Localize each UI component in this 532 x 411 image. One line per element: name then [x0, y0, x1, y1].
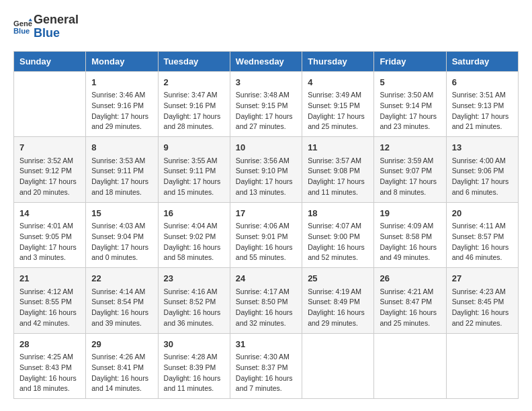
- day-info-line: Sunrise: 4:23 AM: [452, 287, 513, 298]
- day-info-line: Sunset: 8:57 PM: [452, 232, 513, 242]
- day-info-line: Daylight: 16 hours: [236, 373, 296, 384]
- day-info-line: Sunset: 9:15 PM: [236, 101, 296, 111]
- day-info-line: Sunset: 8:47 PM: [380, 297, 440, 308]
- day-info-line: Sunset: 9:10 PM: [236, 166, 296, 177]
- date-number: 2: [164, 76, 224, 89]
- day-info-line: Sunrise: 4:00 AM: [452, 156, 513, 167]
- date-number: 24: [236, 272, 296, 285]
- day-info-line: Sunrise: 3:50 AM: [380, 90, 440, 101]
- day-info-line: Daylight: 16 hours: [380, 308, 440, 318]
- day-info-line: and 32 minutes.: [236, 318, 296, 329]
- date-number: 27: [452, 272, 513, 285]
- date-number: 6: [452, 76, 513, 89]
- calendar-cell: 20Sunrise: 4:11 AMSunset: 8:57 PMDayligh…: [446, 202, 518, 268]
- date-number: 18: [308, 207, 368, 220]
- day-info-line: Sunset: 9:05 PM: [19, 232, 80, 242]
- calendar-cell: 17Sunrise: 4:06 AMSunset: 9:01 PMDayligh…: [230, 202, 302, 268]
- day-info-line: Daylight: 16 hours: [452, 308, 513, 318]
- day-info-line: Daylight: 16 hours: [91, 373, 152, 384]
- day-info-line: Daylight: 17 hours: [91, 177, 152, 187]
- day-info-line: and 8 minutes.: [380, 187, 440, 198]
- day-info-line: Sunrise: 3:57 AM: [308, 156, 368, 167]
- day-info-line: and 55 minutes.: [236, 253, 296, 263]
- day-info-line: Sunset: 9:14 PM: [380, 101, 440, 111]
- day-info-line: Sunrise: 4:19 AM: [308, 287, 368, 298]
- day-info-line: Daylight: 17 hours: [236, 111, 296, 122]
- day-info-line: and 52 minutes.: [308, 253, 368, 263]
- day-info-line: Sunrise: 4:01 AM: [19, 221, 80, 232]
- calendar-cell: [374, 333, 446, 399]
- logo-icon: General Blue: [13, 17, 32, 36]
- calendar-cell: 1Sunrise: 3:46 AMSunset: 9:16 PMDaylight…: [86, 71, 158, 137]
- day-info-line: and 28 minutes.: [164, 122, 224, 132]
- day-info-line: Daylight: 16 hours: [91, 308, 152, 318]
- day-info-line: Sunrise: 3:53 AM: [91, 156, 152, 167]
- day-info-line: and 27 minutes.: [236, 122, 296, 132]
- calendar-table: SundayMondayTuesdayWednesdayThursdayFrid…: [13, 51, 519, 400]
- logo-blue: Blue: [34, 27, 79, 40]
- day-info-line: Sunset: 9:12 PM: [19, 166, 80, 177]
- day-info-line: Sunset: 8:41 PM: [91, 363, 152, 373]
- day-info-line: and 25 minutes.: [380, 318, 440, 329]
- day-info-line: Sunset: 9:11 PM: [91, 166, 152, 177]
- day-info-line: Sunset: 9:06 PM: [452, 166, 513, 177]
- date-number: 31: [236, 338, 296, 351]
- calendar-week-row: 28Sunrise: 4:25 AMSunset: 8:43 PMDayligh…: [14, 333, 519, 399]
- date-number: 11: [308, 141, 368, 154]
- day-info-line: Daylight: 17 hours: [380, 177, 440, 187]
- calendar-cell: 7Sunrise: 3:52 AMSunset: 9:12 PMDaylight…: [14, 137, 86, 203]
- weekday-header-tuesday: Tuesday: [158, 51, 230, 71]
- calendar-cell: 3Sunrise: 3:48 AMSunset: 9:15 PMDaylight…: [230, 71, 302, 137]
- calendar-cell: 29Sunrise: 4:26 AMSunset: 8:41 PMDayligh…: [86, 333, 158, 399]
- day-info-line: and 7 minutes.: [236, 383, 296, 394]
- day-info-line: Daylight: 16 hours: [236, 242, 296, 253]
- day-info-line: Sunrise: 4:11 AM: [452, 221, 513, 232]
- day-info-line: and 46 minutes.: [452, 253, 513, 263]
- day-info-line: Daylight: 17 hours: [19, 242, 80, 253]
- day-info-line: and 23 minutes.: [380, 122, 440, 132]
- calendar-cell: 11Sunrise: 3:57 AMSunset: 9:08 PMDayligh…: [302, 137, 374, 203]
- day-info-line: Daylight: 16 hours: [19, 308, 80, 318]
- day-info-line: Sunset: 9:11 PM: [164, 166, 224, 177]
- day-info-line: Daylight: 17 hours: [19, 177, 80, 187]
- day-info-line: Daylight: 16 hours: [452, 242, 513, 253]
- calendar-cell: 8Sunrise: 3:53 AMSunset: 9:11 PMDaylight…: [86, 137, 158, 203]
- day-info-line: Sunset: 8:55 PM: [19, 297, 80, 308]
- day-info-line: and 15 minutes.: [164, 187, 224, 198]
- calendar-week-row: 1Sunrise: 3:46 AMSunset: 9:16 PMDaylight…: [14, 71, 519, 137]
- date-number: 15: [91, 207, 152, 220]
- date-number: 10: [236, 141, 296, 154]
- day-info-line: Sunset: 9:02 PM: [164, 232, 224, 242]
- calendar-week-row: 7Sunrise: 3:52 AMSunset: 9:12 PMDaylight…: [14, 137, 519, 203]
- day-info-line: Sunrise: 3:49 AM: [308, 90, 368, 101]
- calendar-cell: 27Sunrise: 4:23 AMSunset: 8:45 PMDayligh…: [446, 268, 518, 334]
- day-info-line: Sunset: 9:16 PM: [91, 101, 152, 111]
- day-info-line: Sunrise: 4:03 AM: [91, 221, 152, 232]
- calendar-cell: [446, 333, 518, 399]
- calendar-cell: 19Sunrise: 4:09 AMSunset: 8:58 PMDayligh…: [374, 202, 446, 268]
- calendar-cell: 28Sunrise: 4:25 AMSunset: 8:43 PMDayligh…: [14, 333, 86, 399]
- day-info-line: Daylight: 16 hours: [164, 308, 224, 318]
- date-number: 3: [236, 76, 296, 89]
- day-info-line: and 25 minutes.: [308, 122, 368, 132]
- day-info-line: Sunrise: 4:26 AM: [91, 352, 152, 363]
- day-info-line: Daylight: 16 hours: [308, 242, 368, 253]
- day-info-line: and 14 minutes.: [91, 383, 152, 394]
- day-info-line: and 13 minutes.: [236, 187, 296, 198]
- day-info-line: and 18 minutes.: [91, 187, 152, 198]
- day-info-line: Daylight: 16 hours: [164, 242, 224, 253]
- day-info-line: Sunrise: 4:12 AM: [19, 287, 80, 298]
- day-info-line: Sunrise: 3:51 AM: [452, 90, 513, 101]
- day-info-line: Sunset: 8:50 PM: [236, 297, 296, 308]
- day-info-line: Sunrise: 4:04 AM: [164, 221, 224, 232]
- calendar-week-row: 21Sunrise: 4:12 AMSunset: 8:55 PMDayligh…: [14, 268, 519, 334]
- date-number: 4: [308, 76, 368, 89]
- day-info-line: Sunset: 8:58 PM: [380, 232, 440, 242]
- day-info-line: Sunset: 9:13 PM: [452, 101, 513, 111]
- date-number: 8: [91, 141, 152, 154]
- weekday-header-wednesday: Wednesday: [230, 51, 302, 71]
- calendar-week-row: 14Sunrise: 4:01 AMSunset: 9:05 PMDayligh…: [14, 202, 519, 268]
- calendar-cell: 31Sunrise: 4:30 AMSunset: 8:37 PMDayligh…: [230, 333, 302, 399]
- calendar-cell: 9Sunrise: 3:55 AMSunset: 9:11 PMDaylight…: [158, 137, 230, 203]
- svg-text:Blue: Blue: [13, 27, 30, 35]
